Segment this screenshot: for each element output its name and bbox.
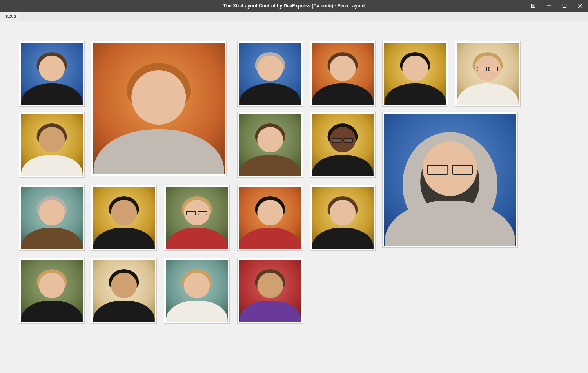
portrait-image (21, 43, 83, 105)
glasses-icon (425, 165, 475, 174)
minimize-button[interactable] (541, 0, 557, 12)
portrait-image (384, 114, 516, 246)
portrait-image (312, 114, 374, 176)
portrait-image (93, 260, 155, 322)
portrait-image (239, 43, 301, 105)
flow-layout-panel (0, 21, 588, 373)
face-tile[interactable] (19, 41, 85, 107)
face-tile[interactable] (19, 112, 85, 178)
portrait-image (21, 260, 83, 322)
portrait-image (166, 187, 228, 249)
portrait-image (239, 114, 301, 176)
portrait-image (457, 43, 519, 105)
face-tile[interactable] (19, 185, 85, 251)
face-tile[interactable] (455, 41, 521, 107)
face-tile[interactable] (164, 185, 230, 251)
svg-rect-4 (563, 4, 566, 8)
maximize-button[interactable] (557, 0, 572, 12)
portrait-image (312, 187, 374, 249)
window-extra-button[interactable] (525, 0, 541, 12)
glasses-icon (185, 211, 209, 215)
window-titlebar: The XtraLayout Control by DevExpress (C#… (0, 0, 588, 12)
face-tile[interactable] (310, 112, 376, 178)
face-tile[interactable] (237, 185, 303, 251)
face-tile[interactable] (19, 258, 85, 324)
tab-label: Faces (3, 13, 16, 19)
face-tile[interactable] (237, 41, 303, 107)
portrait-image (21, 187, 83, 249)
close-button[interactable] (572, 0, 588, 12)
portrait-image (166, 260, 228, 322)
window-title: The XtraLayout Control by DevExpress (C#… (223, 3, 365, 9)
window-controls (525, 0, 588, 12)
glasses-icon (331, 138, 354, 142)
portrait-image (239, 260, 301, 322)
tab-faces[interactable]: Faces (0, 12, 20, 21)
portrait-image (21, 114, 83, 176)
glasses-icon (476, 67, 499, 71)
portrait-image (93, 43, 225, 174)
portrait-image (239, 187, 301, 249)
portrait-image (384, 43, 446, 105)
face-tile[interactable] (310, 185, 376, 251)
portrait-image (312, 43, 374, 105)
face-tile[interactable] (91, 258, 157, 324)
face-tile[interactable] (310, 41, 376, 107)
face-tile[interactable] (382, 112, 518, 248)
face-tile[interactable] (382, 41, 448, 107)
portrait-image (93, 187, 155, 249)
tab-strip: Faces (0, 12, 588, 21)
face-tile[interactable] (237, 112, 303, 178)
face-tile[interactable] (91, 41, 227, 176)
face-tile[interactable] (237, 258, 303, 324)
face-tile[interactable] (164, 258, 230, 324)
face-tile[interactable] (91, 185, 157, 251)
